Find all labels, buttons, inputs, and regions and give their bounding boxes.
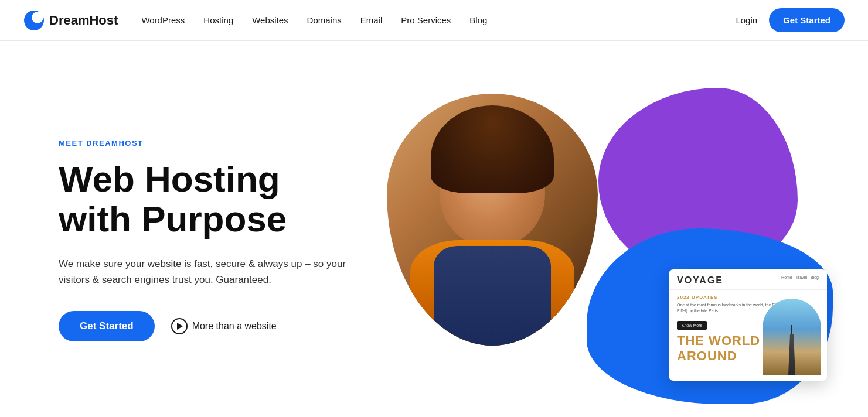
card-tower-eiffel bbox=[788, 334, 795, 375]
hero-actions: Get Started More than a website bbox=[59, 311, 352, 341]
person-hair bbox=[431, 105, 554, 193]
more-than-website-link[interactable]: More than a website bbox=[171, 318, 277, 334]
hero-visual: VOYAGE Home Travel Blog 2022 UPDATES One… bbox=[352, 76, 845, 404]
nav-domains[interactable]: Domains bbox=[307, 15, 342, 25]
play-triangle bbox=[177, 323, 183, 330]
card-know-more: Know More bbox=[677, 321, 707, 330]
brand-name: DreamHost bbox=[49, 13, 118, 28]
nav-wordpress[interactable]: WordPress bbox=[141, 15, 185, 25]
nav-email[interactable]: Email bbox=[360, 15, 383, 25]
card-site-name: VOYAGE bbox=[677, 275, 723, 286]
hero-title-line2: with Purpose bbox=[59, 199, 287, 239]
hero-content: MEET DREAMHOST Web Hosting with Purpose … bbox=[59, 139, 352, 341]
person-photo bbox=[387, 94, 598, 346]
nav-blog[interactable]: Blog bbox=[469, 15, 487, 25]
nav-actions: Login Get Started bbox=[736, 8, 845, 32]
hero-eyebrow: MEET DREAMHOST bbox=[59, 139, 352, 148]
svg-point-1 bbox=[32, 12, 43, 23]
website-card: VOYAGE Home Travel Blog 2022 UPDATES One… bbox=[669, 269, 827, 381]
nav-get-started-button[interactable]: Get Started bbox=[769, 8, 845, 32]
card-nav-travel: Travel bbox=[796, 275, 807, 279]
hero-subtitle: We make sure your website is fast, secur… bbox=[59, 256, 352, 288]
hero-get-started-button[interactable]: Get Started bbox=[59, 311, 155, 341]
card-nav-blog: Blog bbox=[811, 275, 819, 279]
nav-websites[interactable]: Websites bbox=[252, 15, 288, 25]
dreamhost-logo-icon bbox=[23, 10, 45, 31]
logo-link[interactable]: DreamHost bbox=[23, 10, 118, 31]
nav-links: WordPress Hosting Websites Domains Email… bbox=[141, 15, 736, 25]
hero-title: Web Hosting with Purpose bbox=[59, 159, 352, 239]
secondary-link-label: More than a website bbox=[192, 321, 277, 331]
nav-pro-services[interactable]: Pro Services bbox=[401, 15, 451, 25]
nav-hosting[interactable]: Hosting bbox=[203, 15, 233, 25]
navbar: DreamHost WordPress Hosting Websites Dom… bbox=[0, 0, 868, 41]
card-nav-items: Home Travel Blog bbox=[781, 275, 819, 279]
hero-title-line1: Web Hosting bbox=[59, 159, 280, 199]
card-header: VOYAGE Home Travel Blog bbox=[669, 269, 827, 290]
person-apron bbox=[434, 246, 551, 346]
hero-section: MEET DREAMHOST Web Hosting with Purpose … bbox=[0, 41, 868, 417]
login-link[interactable]: Login bbox=[736, 15, 757, 25]
card-image-area bbox=[763, 299, 821, 375]
play-icon bbox=[171, 318, 188, 334]
card-nav-home: Home bbox=[781, 275, 792, 279]
